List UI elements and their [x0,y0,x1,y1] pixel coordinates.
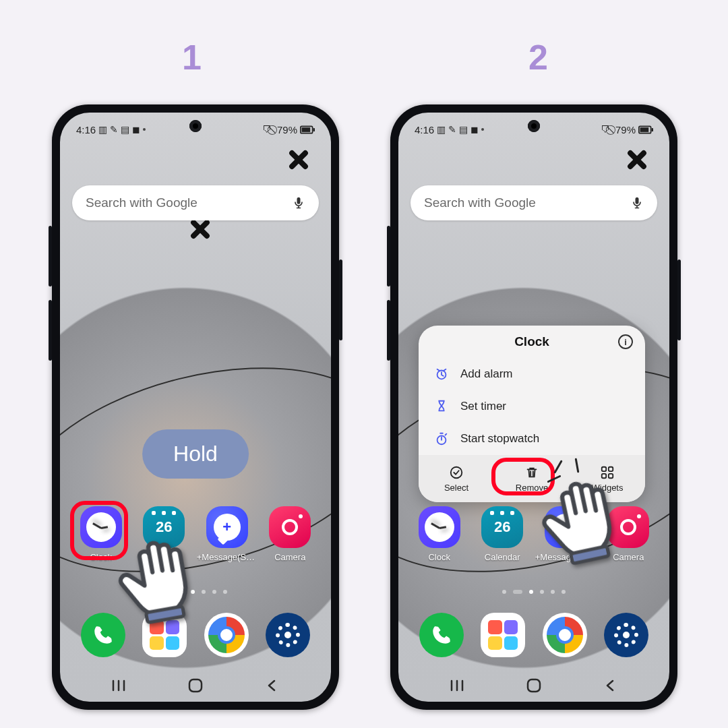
status-notif-icons: ▥ ✎ ▤ ◼ [437,124,479,135]
status-wifi-icon: ⛉ [601,124,610,135]
mic-icon[interactable] [292,196,305,210]
app-calendar[interactable]: 26 Calendar [474,506,530,562]
status-notif-icons: ▥ ✎ ▤ ◼ [98,124,140,135]
app-clock[interactable]: Clock [411,506,468,562]
popup-title: Clock [514,334,549,349]
page-indicator[interactable] [398,590,669,594]
popup-item-set-timer[interactable]: Set timer [419,390,645,423]
svg-rect-12 [189,679,202,692]
dock-settings[interactable] [266,613,310,657]
footer-label: Select [444,483,468,493]
status-wifi-icon: ⛉ [262,124,272,135]
gear-icon [614,623,638,647]
dock [398,613,669,657]
status-battery: 79% [615,124,636,135]
dock-phone[interactable] [419,613,464,657]
phone-step-2: 4:16 ▥ ✎ ▤ ◼ ⛉ ⃠ 79% Search with Google … [390,104,677,710]
status-time: 4:16 [415,124,434,135]
status-bar: 4:16 ▥ ✎ ▤ ◼ ⛉ ⃠ 79% [398,119,669,140]
status-bar: 4:16 ▥ ✎ ▤ ◼ ⛉ ⃠ 79% [60,119,331,140]
dock-chrome[interactable] [204,613,249,657]
svg-rect-13 [528,679,540,692]
google-search-bar[interactable]: Search with Google [72,185,319,220]
battery-icon [638,125,653,134]
search-placeholder: Search with Google [424,195,630,210]
navigation-bar [60,669,331,702]
dock [60,613,331,657]
select-icon [449,465,464,480]
popup-item-label: Add alarm [460,367,512,381]
dock-app-drawer[interactable] [481,613,525,657]
status-time: 4:16 [76,124,96,135]
battery-icon [300,125,315,134]
popup-item-start-stopwatch[interactable]: Start stopwatch [419,423,645,455]
info-icon[interactable]: i [618,334,633,349]
search-placeholder: Search with Google [86,195,292,210]
nav-home[interactable] [522,679,545,692]
home-screen[interactable]: 4:16 ▥ ✎ ▤ ◼ ⛉ ⃠ 79% Search with Google … [60,113,331,702]
hand-cursor-icon [99,514,216,632]
hold-instruction-pill: Hold [142,429,249,479]
app-messages[interactable]: + +Message(SM… [199,506,255,562]
footer-select[interactable]: Select [419,455,494,502]
nav-back[interactable] [261,679,284,692]
step-number-1: 1 [182,37,202,78]
sparkle-icon [625,148,649,172]
popup-item-label: Set timer [460,400,506,413]
timer-icon [433,398,450,415]
nav-recents[interactable] [446,679,468,692]
sparkle-icon [286,148,311,172]
gear-icon [276,623,300,647]
step-number-2: 2 [528,37,548,78]
popup-item-label: Start stopwatch [460,432,539,446]
alarm-icon [433,366,450,382]
dock-chrome[interactable] [543,613,587,657]
nav-back[interactable] [599,679,622,692]
app-label: Clock [428,552,450,562]
app-camera[interactable]: Camera [262,506,318,562]
status-battery: 79% [277,124,297,135]
popup-title-row: Clock i [419,326,645,358]
sparkle-icon [188,217,212,241]
app-label: Calendar [485,552,520,562]
navigation-bar [398,669,669,702]
nav-home[interactable] [184,679,207,692]
app-label: Camera [274,552,305,562]
home-screen[interactable]: 4:16 ▥ ✎ ▤ ◼ ⛉ ⃠ 79% Search with Google … [398,113,669,702]
mic-icon[interactable] [630,196,644,210]
nav-recents[interactable] [107,679,130,692]
stopwatch-icon [433,431,450,447]
phone-step-1: 4:16 ▥ ✎ ▤ ◼ ⛉ ⃠ 79% Search with Google … [52,104,339,710]
hand-cursor-icon [521,454,641,574]
dock-settings[interactable] [604,613,648,657]
google-search-bar[interactable]: Search with Google [411,185,657,220]
popup-item-add-alarm[interactable]: Add alarm [419,358,645,390]
